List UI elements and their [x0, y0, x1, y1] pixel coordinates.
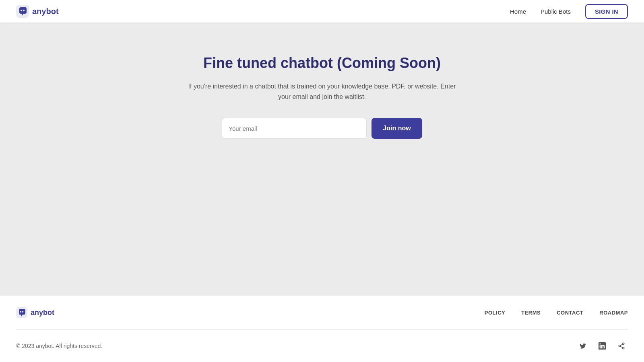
share-icon[interactable] [615, 339, 628, 352]
footer-policy-link[interactable]: POLICY [485, 310, 505, 316]
footer-terms-link[interactable]: TERMS [521, 310, 541, 316]
footer-logo-icon [16, 307, 27, 318]
hero-title: Fine tuned chatbot (Coming Soon) [203, 55, 441, 72]
footer-logo-text: anybot [31, 309, 54, 317]
svg-point-5 [22, 311, 24, 313]
footer-roadmap-link[interactable]: ROADMAP [599, 310, 628, 316]
svg-point-4 [20, 311, 22, 313]
hero-description: If you're interested in a chatbot that i… [185, 81, 459, 102]
anybot-logo-icon [16, 5, 29, 18]
copyright-text: © 2023 anybot. All rights reserved. [16, 343, 102, 349]
join-now-button[interactable]: Join now [372, 118, 422, 139]
footer-logo[interactable]: anybot [16, 307, 54, 318]
nav-public-bots[interactable]: Public Bots [541, 8, 571, 15]
email-input[interactable] [222, 118, 367, 139]
footer-nav: POLICY TERMS CONTACT ROADMAP [485, 310, 628, 316]
nav-home[interactable]: Home [510, 8, 526, 15]
nav: Home Public Bots SIGN IN [510, 4, 628, 19]
svg-point-1 [21, 10, 22, 11]
main-content: Fine tuned chatbot (Coming Soon) If you'… [0, 23, 644, 296]
header: anybot Home Public Bots SIGN IN [0, 0, 644, 23]
sign-in-button[interactable]: SIGN IN [585, 4, 628, 19]
footer-contact-link[interactable]: CONTACT [557, 310, 583, 316]
footer-bottom: © 2023 anybot. All rights reserved. [16, 330, 628, 362]
linkedin-icon[interactable] [596, 339, 609, 352]
svg-line-10 [620, 344, 622, 346]
svg-line-9 [620, 346, 622, 348]
footer: anybot POLICY TERMS CONTACT ROADMAP © 20… [0, 296, 644, 362]
social-icons [576, 339, 628, 352]
logo[interactable]: anybot [16, 5, 59, 18]
svg-point-2 [23, 10, 25, 11]
twitter-icon[interactable] [576, 339, 589, 352]
logo-text: anybot [32, 7, 59, 16]
waitlist-form: Join now [222, 118, 422, 139]
footer-top: anybot POLICY TERMS CONTACT ROADMAP [16, 296, 628, 329]
